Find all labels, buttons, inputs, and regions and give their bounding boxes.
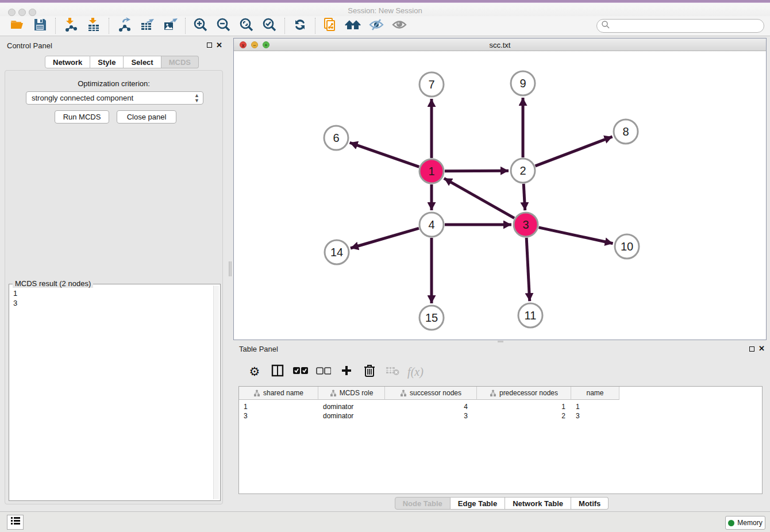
- function-builder-button[interactable]: f(x): [405, 361, 426, 382]
- export-table-icon: [140, 17, 155, 34]
- status-bar: Memory: [0, 511, 770, 532]
- graph-edge-1-2[interactable]: [445, 171, 509, 171]
- graph-edge-3-1[interactable]: [444, 178, 514, 218]
- network-canvas[interactable]: 7968124314101511: [234, 51, 766, 340]
- deselect-all-button[interactable]: [313, 361, 334, 382]
- import-table-button[interactable]: [82, 17, 105, 35]
- network-window-titlebar[interactable]: x − + scc.txt: [234, 38, 766, 51]
- graph-edge-2-8[interactable]: [536, 137, 613, 166]
- graph-node-label: 11: [525, 309, 537, 322]
- export-table-button[interactable]: [136, 17, 159, 35]
- graph-node-label: 4: [428, 218, 434, 231]
- tab-select[interactable]: Select: [124, 56, 161, 68]
- tab-network-table[interactable]: Network Table: [505, 497, 571, 510]
- table-row[interactable]: 3 dominator 3 2 3: [239, 412, 762, 421]
- table-panel-title: Table Panel: [239, 345, 278, 353]
- unchecked-boxes-icon: [316, 367, 331, 377]
- cell-predecessor-nodes: 2: [477, 412, 565, 420]
- graph-edge-3-10[interactable]: [538, 228, 613, 244]
- select-all-button[interactable]: [290, 361, 311, 382]
- graph-node-label: 14: [330, 246, 343, 259]
- column-label: shared name: [263, 389, 303, 397]
- column-label: name: [586, 389, 603, 397]
- graph-node-label: 1: [428, 165, 434, 178]
- memory-button[interactable]: Memory: [725, 516, 765, 530]
- optimization-criterion-select[interactable]: strongly connected component ▲▼: [26, 91, 203, 105]
- table-tabs: Node Table Edge Table Network Table Moti…: [233, 497, 770, 510]
- cell-predecessor-nodes: 1: [477, 403, 565, 411]
- cell-successor-nodes: 4: [385, 403, 468, 411]
- column-label: successor nodes: [410, 389, 461, 397]
- node-table: shared name MCDS role successor nodes pr…: [238, 386, 763, 494]
- result-scrollbar[interactable]: [213, 286, 219, 499]
- column-header-predecessor-nodes[interactable]: predecessor nodes: [477, 387, 571, 400]
- graph-edge-1-6[interactable]: [350, 142, 419, 167]
- run-mcds-button[interactable]: Run MCDS: [55, 110, 109, 124]
- add-column-button[interactable]: [336, 361, 357, 382]
- cell-mcds-role: dominator: [323, 412, 353, 420]
- memory-status-dot-icon: [728, 520, 734, 526]
- import-network-button[interactable]: [59, 17, 82, 35]
- zoom-fit-button[interactable]: [235, 17, 258, 35]
- delete-table-button[interactable]: [382, 361, 403, 382]
- tab-motifs[interactable]: Motifs: [571, 497, 609, 510]
- tab-network[interactable]: Network: [45, 56, 90, 68]
- toolbar-separator: [284, 18, 285, 34]
- table-row[interactable]: 1 dominator 4 1 1: [239, 403, 762, 412]
- tab-edge-table[interactable]: Edge Table: [451, 497, 505, 510]
- table-settings-button[interactable]: ⚙: [244, 361, 265, 382]
- close-panel-button[interactable]: Close panel: [117, 110, 176, 124]
- column-header-shared-name[interactable]: shared name: [239, 387, 318, 400]
- memory-label: Memory: [737, 519, 762, 527]
- column-header-name[interactable]: name: [571, 387, 619, 400]
- float-table-panel-icon[interactable]: [749, 346, 754, 352]
- float-panel-icon[interactable]: [207, 43, 212, 48]
- search-field[interactable]: [596, 19, 764, 33]
- homes-button[interactable]: [342, 17, 365, 35]
- column-label: predecessor nodes: [499, 389, 558, 397]
- zoom-in-button[interactable]: [189, 17, 212, 35]
- open-session-button[interactable]: [6, 17, 29, 35]
- zoom-selected-icon: [262, 17, 277, 34]
- column-type-icon: [400, 390, 407, 396]
- tab-mcds[interactable]: MCDS: [161, 56, 199, 68]
- graph-node-label: 8: [622, 125, 629, 138]
- split-view-button[interactable]: [267, 361, 288, 382]
- main-toolbar: [0, 16, 770, 36]
- graph-edge-4-14[interactable]: [351, 228, 419, 248]
- graph-edge-2-3[interactable]: [523, 184, 525, 210]
- export-image-button[interactable]: [159, 17, 182, 35]
- show-graphics-button[interactable]: [388, 17, 411, 35]
- toolbar-separator: [315, 18, 315, 34]
- column-header-successor-nodes[interactable]: successor nodes: [385, 387, 477, 400]
- application-window: Session: New Session: [0, 0, 770, 532]
- refresh-layout-button[interactable]: [288, 17, 311, 35]
- delete-column-button[interactable]: [359, 361, 380, 382]
- zoom-out-button[interactable]: [212, 17, 235, 35]
- vertical-splitter[interactable]: [228, 36, 233, 511]
- close-panel-icon[interactable]: ✕: [216, 41, 222, 49]
- search-input[interactable]: [610, 20, 764, 32]
- control-panel-header: Control Panel ✕: [0, 38, 228, 53]
- hide-graphics-button[interactable]: [365, 17, 388, 35]
- cell-mcds-role: dominator: [323, 403, 353, 411]
- column-header-mcds-role[interactable]: MCDS role: [318, 387, 385, 400]
- import-network-icon: [63, 17, 78, 34]
- tab-style[interactable]: Style: [90, 56, 124, 68]
- zoom-selected-button[interactable]: [258, 17, 281, 35]
- network-graph: 7968124314101511: [234, 51, 766, 340]
- save-session-button[interactable]: [29, 17, 52, 35]
- split-columns-icon: [271, 364, 284, 379]
- mcds-result-title: MCDS result (2 nodes): [13, 279, 93, 288]
- gear-icon: ⚙: [249, 365, 260, 379]
- search-icon: [601, 20, 610, 32]
- tab-node-table[interactable]: Node Table: [395, 497, 451, 510]
- task-history-button[interactable]: [7, 515, 24, 530]
- cell-name: 3: [576, 412, 580, 420]
- mcds-network-button[interactable]: [319, 17, 342, 35]
- network-window-title: scc.txt: [234, 41, 766, 49]
- export-network-button[interactable]: [113, 17, 136, 35]
- graph-edge-3-11[interactable]: [526, 238, 530, 301]
- column-type-icon: [490, 390, 496, 396]
- close-table-panel-icon[interactable]: ✕: [759, 344, 765, 353]
